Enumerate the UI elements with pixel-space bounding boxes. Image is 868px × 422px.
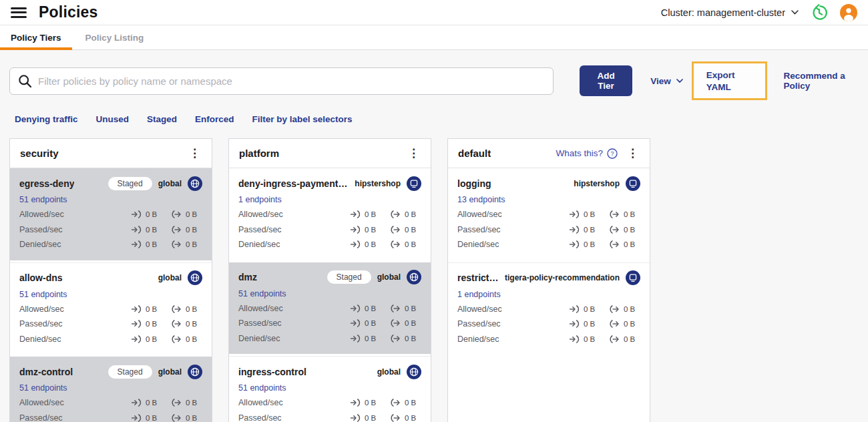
stat-row: Allowed/sec 0 B 0 B: [238, 207, 421, 222]
policy-name: logging: [457, 178, 491, 189]
egress-bytes-icon: [609, 240, 620, 248]
stat-value: 0 B: [584, 210, 595, 218]
tier-header: security ⋮: [10, 139, 212, 168]
endpoints-link[interactable]: 13 endpoints: [457, 195, 505, 204]
endpoints-link[interactable]: 51 endpoints: [19, 290, 67, 299]
policy-card[interactable]: dmz-control Staged global 51 endpoints A…: [10, 357, 212, 422]
ingress-bytes-icon: [569, 320, 580, 328]
hamburger-menu-icon[interactable]: [11, 7, 27, 19]
policy-card[interactable]: restricted tigera-policy-recommendation …: [448, 262, 650, 355]
user-avatar[interactable]: [840, 4, 857, 21]
main-content: Add Tier View Export YAML Recommend a Po…: [0, 61, 868, 422]
stat-row: Passed/sec 0 B 0 B: [238, 316, 421, 331]
ingress-bytes-icon: [350, 319, 361, 327]
policy-card[interactable]: deny-ingress-paymentservi… hipstershop 1…: [229, 168, 431, 260]
stat-row: Allowed/sec 0 B 0 B: [19, 395, 202, 411]
tier-body: egress-deny Staged global 51 endpoints A…: [10, 168, 212, 422]
ingress-bytes-icon: [569, 240, 580, 248]
stat-value: 0 B: [624, 240, 635, 248]
policy-name: deny-ingress-paymentservi…: [238, 178, 349, 189]
search-input[interactable]: [38, 75, 545, 87]
policy-card[interactable]: dmz Staged global 51 endpoints Allowed/s…: [229, 262, 431, 355]
endpoints-link[interactable]: 1 endpoints: [238, 195, 282, 204]
tier-name: security: [20, 148, 59, 159]
policy-name: restricted: [457, 272, 499, 283]
filter-link-denying-traffic[interactable]: Denying traffic: [15, 114, 78, 124]
stat-value: 0 B: [584, 335, 595, 343]
global-scope-icon: [188, 365, 202, 379]
ingress-bytes-icon: [569, 226, 580, 234]
stat-value: 0 B: [405, 304, 416, 312]
stat-value: 0 B: [405, 335, 416, 343]
stat-row: Denied/sec 0 B 0 B: [457, 237, 640, 252]
ingress-bytes-icon: [350, 240, 361, 248]
view-dropdown-button[interactable]: View: [650, 76, 683, 86]
ingress-bytes-icon: [350, 226, 361, 234]
policy-card[interactable]: allow-dns global 51 endpoints Allowed/se…: [10, 262, 212, 355]
stat-value: 0 B: [186, 305, 197, 313]
stat-value: 0 B: [624, 210, 635, 218]
cluster-selector[interactable]: Cluster: management-cluster: [661, 7, 799, 18]
policy-scope: global: [377, 272, 401, 282]
tier-menu-button[interactable]: ⋮: [626, 148, 640, 159]
recommend-policy-button[interactable]: Recommend a Policy: [784, 71, 859, 91]
tier-name: platform: [239, 148, 279, 159]
tab-policy-listing[interactable]: Policy Listing: [75, 25, 155, 49]
endpoints-link[interactable]: 51 endpoints: [238, 383, 286, 393]
stat-value: 0 B: [365, 210, 376, 218]
stat-row: Denied/sec 0 B 0 B: [457, 332, 640, 347]
egress-bytes-icon: [609, 226, 620, 234]
filter-link-staged[interactable]: Staged: [147, 114, 177, 124]
stat-value: 0 B: [624, 335, 635, 343]
endpoints-link[interactable]: 1 endpoints: [457, 290, 501, 299]
stat-value: 0 B: [146, 210, 157, 218]
stat-value: 0 B: [146, 335, 157, 343]
stat-value: 0 B: [146, 320, 157, 328]
add-tier-button[interactable]: Add Tier: [580, 65, 632, 96]
policy-card[interactable]: ingress-control global 51 endpoints Allo…: [229, 356, 431, 422]
egress-bytes-icon: [390, 240, 401, 248]
policy-card[interactable]: logging hipstershop 13 endpoints Allowed…: [448, 168, 650, 260]
stat-value: 0 B: [624, 320, 635, 328]
stat-value: 0 B: [365, 335, 376, 343]
global-scope-icon: [188, 176, 202, 191]
stat-value: 0 B: [584, 226, 595, 234]
tab-policy-tiers[interactable]: Policy Tiers: [0, 25, 72, 49]
filter-link-enforced[interactable]: Enforced: [195, 114, 234, 124]
stat-value: 0 B: [365, 399, 376, 407]
tier-help-link[interactable]: Whats this? ?: [556, 148, 618, 159]
filter-link-unused[interactable]: Unused: [96, 114, 130, 124]
egress-bytes-icon: [609, 305, 620, 313]
tier-menu-button[interactable]: ⋮: [407, 148, 421, 159]
stat-label: Passed/sec: [238, 319, 282, 328]
export-yaml-button[interactable]: Export YAML: [692, 61, 767, 100]
policy-card[interactable]: egress-deny Staged global 51 endpoints A…: [10, 168, 212, 260]
stat-label: Allowed/sec: [19, 210, 64, 219]
egress-bytes-icon: [390, 399, 401, 407]
endpoints-link[interactable]: 51 endpoints: [19, 195, 67, 204]
ingress-bytes-icon: [350, 210, 361, 218]
stat-value: 0 B: [146, 305, 157, 313]
filter-link-filter-by-label-selectors[interactable]: Filter by label selectors: [252, 114, 353, 124]
stat-label: Passed/sec: [238, 225, 282, 234]
stat-label: Denied/sec: [457, 240, 499, 249]
stat-row: Passed/sec 0 B 0 B: [457, 222, 640, 238]
history-icon[interactable]: [811, 4, 828, 21]
page-title: Policies: [39, 3, 98, 21]
policy-name: allow-dns: [19, 272, 63, 283]
endpoints-link[interactable]: 51 endpoints: [19, 383, 67, 393]
namespace-scope-icon: [407, 176, 421, 191]
stat-label: Allowed/sec: [19, 304, 64, 314]
tier-menu-button[interactable]: ⋮: [188, 148, 202, 159]
ingress-bytes-icon: [131, 399, 142, 407]
endpoints-link[interactable]: 51 endpoints: [238, 289, 286, 298]
stat-value: 0 B: [186, 399, 197, 407]
stat-value: 0 B: [365, 304, 376, 312]
tiers-row: security ⋮ egress-deny Staged global 51 …: [9, 138, 859, 422]
egress-bytes-icon: [390, 304, 401, 312]
tier-name: default: [458, 148, 491, 159]
tab-bar: Policy Tiers Policy Listing: [0, 25, 868, 50]
ingress-bytes-icon: [569, 305, 580, 313]
policy-scope: global: [158, 367, 182, 377]
tier-column-platform: platform ⋮ deny-ingress-paymentservi… hi…: [228, 138, 431, 422]
